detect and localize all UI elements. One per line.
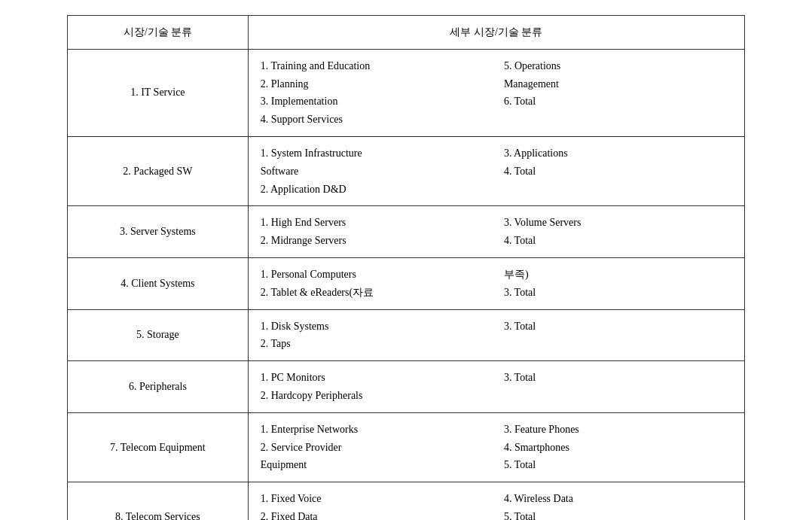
row-sub-1: 1. Training and Education2. Planning3. I… <box>248 49 744 136</box>
sub-item: 3. Volume Servers <box>504 214 732 232</box>
sub-item: 2. Fixed Data <box>261 508 489 520</box>
sub-left-7: 1. Enterprise Networks2. Service Provide… <box>261 421 496 474</box>
header-col1: 시장/기술 분류 <box>68 16 249 50</box>
row-sub-8: 1. Fixed Voice2. Fixed Data3. Wireless V… <box>248 482 744 520</box>
sub-item: 1. PC Monitors <box>261 369 489 387</box>
sub-right-5: 3. Total <box>496 318 732 354</box>
sub-item: 3. Total <box>504 318 732 336</box>
sub-left-1: 1. Training and Education2. Planning3. I… <box>261 57 496 129</box>
sub-item: 4. Support Services <box>261 111 489 129</box>
row-sub-7: 1. Enterprise Networks2. Service Provide… <box>248 412 744 482</box>
classification-table: 시장/기술 분류 세부 시장/기술 분류 1. IT Service1. Tra… <box>67 15 745 520</box>
header-col2: 세부 시장/기술 분류 <box>248 16 744 50</box>
sub-left-3: 1. High End Servers2. Midrange Servers <box>261 214 496 250</box>
sub-item: 1. System Infrastructure <box>261 144 489 163</box>
sub-item: 3. Total <box>504 284 732 302</box>
sub-item: 1. Disk Systems <box>261 318 489 336</box>
sub-item: Software <box>261 163 489 181</box>
row-sub-2: 1. System Infrastructure Software2. Appl… <box>248 136 744 205</box>
table-row: 2. Packaged SW1. System Infrastructure S… <box>68 136 745 205</box>
sub-item: 4. Wireless Data <box>504 490 732 508</box>
table-row: 4. Client Systems1. Personal Computers2.… <box>68 257 745 309</box>
sub-right-8: 4. Wireless Data5. Total <box>496 490 732 520</box>
sub-item: 5. Operations <box>504 57 732 75</box>
row-category-6: 6. Peripherals <box>68 361 249 413</box>
row-category-1: 1. IT Service <box>68 49 249 136</box>
sub-item: 4. Total <box>504 232 732 250</box>
sub-right-4: 부족)3. Total <box>496 266 732 302</box>
row-category-2: 2. Packaged SW <box>68 136 249 205</box>
table-row: 3. Server Systems1. High End Servers2. M… <box>68 206 745 258</box>
sub-item: 2. Tablet & eReaders(자료 <box>261 284 489 302</box>
sub-right-3: 3. Volume Servers4. Total <box>496 214 732 250</box>
sub-right-2: 3. Applications4. Total <box>496 144 732 198</box>
sub-left-2: 1. System Infrastructure Software2. Appl… <box>261 144 496 198</box>
sub-right-1: 5. Operations Management6. Total <box>496 57 732 129</box>
sub-item: 부족) <box>504 266 732 284</box>
table-row: 6. Peripherals1. PC Monitors2. Hardcopy … <box>68 361 745 413</box>
row-category-3: 3. Server Systems <box>68 206 249 258</box>
table-row: 7. Telecom Equipment1. Enterprise Networ… <box>68 412 745 482</box>
sub-item: 2. Application D&D <box>261 181 489 199</box>
row-sub-4: 1. Personal Computers2. Tablet & eReader… <box>248 257 744 309</box>
sub-item: 4. Total <box>504 163 732 181</box>
sub-item: 2. Midrange Servers <box>261 232 489 250</box>
sub-item: 2. Planning <box>261 75 489 93</box>
sub-item: 3. Applications <box>504 144 732 163</box>
sub-item: Management <box>504 75 732 93</box>
row-sub-6: 1. PC Monitors2. Hardcopy Peripherals3. … <box>248 361 744 413</box>
sub-item: 3. Implementation <box>261 93 489 111</box>
row-category-8: 8. Telecom Services <box>68 482 249 520</box>
table-row: 1. IT Service1. Training and Education2.… <box>68 49 745 136</box>
row-category-7: 7. Telecom Equipment <box>68 412 249 482</box>
sub-item: 2. Taps <box>261 335 489 353</box>
sub-left-4: 1. Personal Computers2. Tablet & eReader… <box>261 266 496 302</box>
row-sub-5: 1. Disk Systems2. Taps3. Total <box>248 309 744 361</box>
sub-item: 1. Training and Education <box>261 57 489 75</box>
sub-item: 1. Personal Computers <box>261 266 489 284</box>
sub-item: 6. Total <box>504 93 732 111</box>
sub-left-8: 1. Fixed Voice2. Fixed Data3. Wireless V… <box>261 490 496 520</box>
row-category-5: 5. Storage <box>68 309 249 361</box>
row-category-4: 4. Client Systems <box>68 257 249 309</box>
sub-left-6: 1. PC Monitors2. Hardcopy Peripherals <box>261 369 496 405</box>
main-table-container: 시장/기술 분류 세부 시장/기술 분류 1. IT Service1. Tra… <box>67 15 745 520</box>
sub-item: 4. Smartphones <box>504 439 732 457</box>
sub-item: 5. Total <box>504 508 732 520</box>
table-row: 8. Telecom Services1. Fixed Voice2. Fixe… <box>68 482 745 520</box>
sub-right-6: 3. Total <box>496 369 732 405</box>
sub-item: 1. Enterprise Networks <box>261 421 489 439</box>
sub-item: 1. High End Servers <box>261 214 489 232</box>
sub-item: 1. Fixed Voice <box>261 490 489 508</box>
sub-item: 3. Feature Phones <box>504 421 732 439</box>
sub-right-7: 3. Feature Phones4. Smartphones5. Total <box>496 421 732 474</box>
sub-item: 2. Service Provider <box>261 439 489 457</box>
row-sub-3: 1. High End Servers2. Midrange Servers3.… <box>248 206 744 258</box>
sub-item: 3. Total <box>504 369 732 387</box>
sub-item: 2. Hardcopy Peripherals <box>261 387 489 405</box>
sub-item: Equipment <box>261 456 489 474</box>
table-row: 5. Storage1. Disk Systems2. Taps3. Total <box>68 309 745 361</box>
sub-left-5: 1. Disk Systems2. Taps <box>261 318 496 354</box>
sub-item: 5. Total <box>504 456 732 474</box>
